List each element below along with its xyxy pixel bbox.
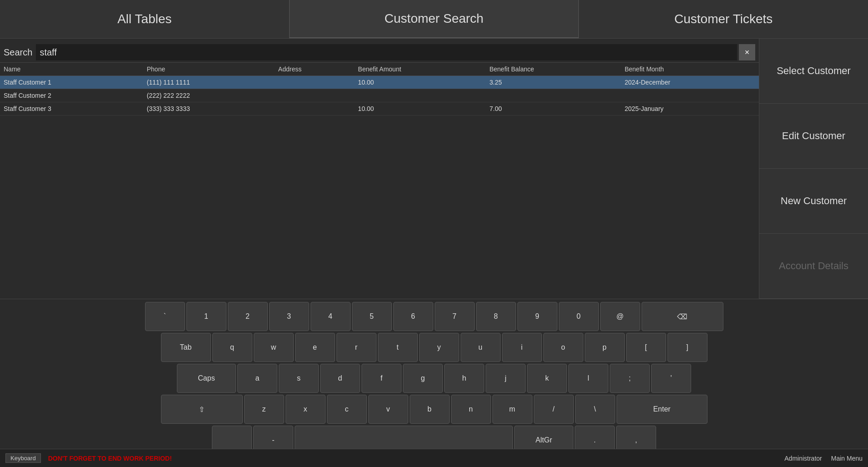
key-5[interactable]: 5 (352, 302, 392, 331)
nav-tab-customer-tickets[interactable]: Customer Tickets (579, 0, 868, 38)
key-v[interactable]: v (368, 395, 408, 424)
key-q[interactable]: q (212, 333, 252, 362)
cell-name: Staff Customer 2 (0, 89, 143, 102)
cell-address (275, 89, 355, 102)
key-g[interactable]: g (403, 364, 443, 393)
sidebar-btn-new-customer[interactable]: New Customer (759, 169, 868, 234)
search-input[interactable] (36, 44, 737, 60)
cell-address (275, 76, 355, 89)
main-menu-label[interactable]: Main Menu (831, 455, 863, 462)
key-1[interactable]: 1 (186, 302, 226, 331)
cell-benefit_amount: 10.00 (354, 102, 486, 115)
sidebar-btn-edit-customer[interactable]: Edit Customer (759, 104, 868, 169)
cell-address (275, 102, 355, 115)
key-slash[interactable]: / (534, 395, 574, 424)
key-h[interactable]: h (444, 364, 484, 393)
key-d[interactable]: d (320, 364, 360, 393)
col-benefit-balance: Benefit Balance (486, 63, 621, 76)
keyboard-row-0: `1234567890@⌫ (2, 302, 866, 331)
cell-phone: (333) 333 3333 (143, 102, 275, 115)
key-altgr[interactable]: AltGr (514, 426, 573, 449)
cell-phone: (111) 111 1111 (143, 76, 275, 89)
admin-label: Administrator (784, 455, 822, 462)
key-3[interactable]: 3 (269, 302, 309, 331)
customer-table-body: Staff Customer 1(111) 111 111110.003.252… (0, 76, 759, 115)
key-z[interactable]: z (244, 395, 284, 424)
key-7[interactable]: 7 (435, 302, 475, 331)
main-layout: Search × Name Phone Address Benefit Amou… (0, 39, 868, 299)
key-8[interactable]: 8 (476, 302, 516, 331)
sidebar-btn-account-details: Account Details (759, 234, 868, 299)
cell-name: Staff Customer 3 (0, 102, 143, 115)
search-clear-button[interactable]: × (739, 44, 755, 60)
table-row[interactable]: Staff Customer 3(333) 333 333310.007.002… (0, 102, 759, 115)
key-9[interactable]: 9 (517, 302, 557, 331)
key-lbracket[interactable]: [ (626, 333, 666, 362)
key-6[interactable]: 6 (393, 302, 433, 331)
key-y[interactable]: y (419, 333, 459, 362)
key-w[interactable]: w (254, 333, 294, 362)
key-fn1[interactable] (212, 426, 252, 449)
key-rbracket[interactable]: ] (667, 333, 707, 362)
key-l[interactable]: l (568, 364, 608, 393)
key-shift[interactable]: ⇧ (161, 395, 243, 424)
cell-benefit_amount (354, 89, 486, 102)
key-t[interactable]: t (378, 333, 418, 362)
key-caps[interactable]: Caps (177, 364, 236, 393)
key-p[interactable]: p (585, 333, 625, 362)
key-enter[interactable]: Enter (617, 395, 707, 424)
keyboard-toggle-button[interactable]: Keyboard (5, 453, 41, 463)
key-quote[interactable]: ' (651, 364, 691, 393)
nav-tab-customer-search[interactable]: Customer Search (290, 0, 579, 38)
key-s[interactable]: s (279, 364, 319, 393)
keyboard-row-1: Tabqwertyuiop[] (2, 333, 866, 362)
key-f[interactable]: f (361, 364, 401, 393)
key-backslash[interactable]: \ (575, 395, 615, 424)
key-semicolon[interactable]: ; (610, 364, 650, 393)
key-e[interactable]: e (295, 333, 335, 362)
key-backspace[interactable]: ⌫ (642, 302, 723, 331)
status-right: Administrator Main Menu (784, 455, 863, 462)
key-m[interactable]: m (492, 395, 532, 424)
key-j[interactable]: j (486, 364, 526, 393)
col-address: Address (275, 63, 355, 76)
key-at[interactable]: @ (600, 302, 640, 331)
col-phone: Phone (143, 63, 275, 76)
cell-benefit_month: 2025-January (621, 102, 759, 115)
nav-tab-all-tables[interactable]: All Tables (0, 0, 290, 38)
key-tab[interactable]: Tab (161, 333, 211, 362)
table-header: Name Phone Address Benefit Amount Benefi… (0, 63, 759, 76)
keyboard-row-2: Capsasdfghjkl;' (2, 364, 866, 393)
key-r[interactable]: r (336, 333, 376, 362)
key-4[interactable]: 4 (311, 302, 351, 331)
key-space[interactable] (295, 426, 513, 449)
key-period[interactable]: . (575, 426, 615, 449)
sidebar-btn-select-customer[interactable]: Select Customer (759, 39, 868, 104)
table-row[interactable]: Staff Customer 2(222) 222 2222 (0, 89, 759, 102)
key-backtick[interactable]: ` (145, 302, 185, 331)
table-row[interactable]: Staff Customer 1(111) 111 111110.003.252… (0, 76, 759, 89)
key-0[interactable]: 0 (559, 302, 599, 331)
cell-benefit_amount: 10.00 (354, 76, 486, 89)
top-nav: All TablesCustomer SearchCustomer Ticket… (0, 0, 868, 39)
key-o[interactable]: o (543, 333, 583, 362)
status-left: Keyboard DON'T FORGET TO END WORK PERIOD… (5, 453, 172, 463)
keyboard-area: `1234567890@⌫Tabqwertyuiop[]Capsasdfghjk… (0, 299, 868, 449)
key-a[interactable]: a (237, 364, 277, 393)
key-x[interactable]: x (286, 395, 326, 424)
keyboard-row-3: ⇧zxcvbnm/\Enter (2, 395, 866, 424)
cell-name: Staff Customer 1 (0, 76, 143, 89)
key-n[interactable]: n (451, 395, 491, 424)
content-area: Search × Name Phone Address Benefit Amou… (0, 39, 759, 299)
col-benefit-amount: Benefit Amount (354, 63, 486, 76)
key-minus[interactable]: - (253, 426, 293, 449)
cell-benefit_month (621, 89, 759, 102)
key-u[interactable]: u (461, 333, 501, 362)
key-k[interactable]: k (527, 364, 567, 393)
key-b[interactable]: b (410, 395, 450, 424)
customer-table-container: Name Phone Address Benefit Amount Benefi… (0, 62, 759, 299)
key-2[interactable]: 2 (228, 302, 268, 331)
key-c[interactable]: c (327, 395, 367, 424)
key-i[interactable]: i (502, 333, 542, 362)
key-comma[interactable]: , (616, 426, 656, 449)
